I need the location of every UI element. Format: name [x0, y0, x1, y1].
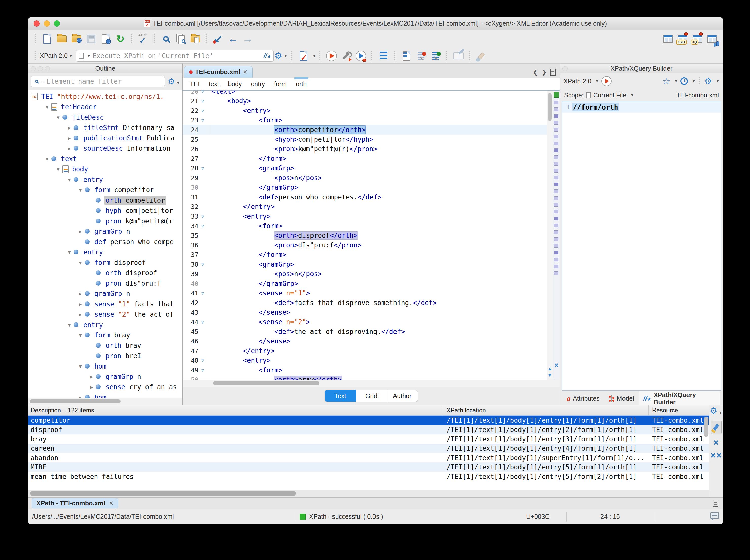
collapse-icon[interactable]: ▼ [54, 166, 62, 172]
outline-tree-item[interactable]: ▼form disproof [28, 257, 182, 267]
scroll-up-icon[interactable]: ▲ [547, 365, 553, 372]
xpath-expression-editor[interactable]: 1 //form/orth [562, 101, 721, 391]
results-header-resource[interactable]: Resource [649, 405, 709, 415]
chevron-down-icon[interactable]: ▼ [692, 79, 696, 83]
chevron-down-icon[interactable]: ▼ [313, 54, 316, 58]
expand-icon[interactable]: ▶ [76, 229, 85, 234]
collapse-icon[interactable]: ▼ [76, 260, 85, 265]
match-marker-icon[interactable] [554, 231, 558, 234]
format-indent-button[interactable] [377, 50, 390, 62]
editor-hscrollbar[interactable] [183, 380, 560, 387]
view-button-text[interactable]: Text [325, 390, 356, 402]
collapse-icon[interactable]: ▼ [43, 104, 51, 110]
expand-icon[interactable]: ▶ [76, 312, 85, 317]
code-line-28[interactable]: 28▽<gramGrp> [183, 163, 547, 173]
pin-results-button[interactable] [430, 50, 442, 62]
match-marker-icon[interactable] [554, 101, 558, 104]
find-replace-button[interactable] [160, 33, 172, 45]
outline-tree-item[interactable]: orth bray [28, 340, 182, 351]
code-line-33[interactable]: 33▽<entry> [183, 212, 547, 221]
fold-icon[interactable]: ▽ [198, 214, 207, 219]
save-to-url-button[interactable] [100, 33, 112, 45]
code-line-39[interactable]: 39<pos>n</pos> [183, 269, 547, 279]
scrollbar-thumb[interactable] [548, 93, 552, 121]
results-tab[interactable]: XPath - TEI-combo.xml ✕ [32, 498, 118, 508]
result-row[interactable]: abandon/TEI[1]/text[1]/body[1]/superEntr… [28, 453, 709, 462]
expand-icon[interactable]: ▶ [65, 135, 74, 141]
toolbar-drag-handle[interactable] [291, 51, 293, 61]
collapse-icon[interactable]: ▼ [76, 332, 85, 338]
breadcrumb-item-text[interactable]: text [209, 80, 219, 88]
collapse-icon[interactable]: ▼ [65, 249, 74, 255]
code-line-40[interactable]: 40</gramGrp> [183, 279, 547, 288]
scroll-down-icon[interactable]: ▼ [547, 372, 553, 378]
tab-list-icon[interactable] [550, 68, 556, 76]
view-button-author[interactable]: Author [387, 390, 417, 402]
match-marker-icon[interactable] [554, 107, 558, 111]
collapse-icon[interactable]: ▼ [76, 363, 85, 369]
outline-tree-item[interactable]: ▼entry [28, 319, 182, 330]
fold-icon[interactable]: ▽ [198, 166, 207, 171]
outline-tree-item[interactable]: ▼hom [28, 361, 182, 371]
highlight-results-button[interactable] [711, 421, 722, 434]
code-line-41[interactable]: 41▽<sense n="1"> [183, 288, 547, 298]
code-line-49[interactable]: 49▽<form> [183, 365, 547, 375]
match-marker-icon[interactable] [554, 135, 558, 138]
match-marker-icon[interactable] [554, 189, 558, 193]
toolbar-drag-handle[interactable] [319, 51, 321, 61]
outline-tree-item[interactable]: ▼form bray [28, 330, 182, 340]
validate-document-button[interactable]: ✓ [298, 50, 310, 62]
result-row[interactable]: bray/TEI[1]/text[1]/body[1]/entry[3]/for… [28, 434, 709, 444]
find-in-files-button[interactable] [175, 33, 187, 45]
match-marker-icon[interactable] [554, 264, 558, 268]
code-line-48[interactable]: 48▽<entry> [183, 356, 547, 365]
expand-icon[interactable]: ▶ [76, 291, 85, 297]
fold-icon[interactable]: ▽ [198, 223, 207, 228]
match-marker-icon[interactable] [554, 224, 558, 227]
outline-tree-item[interactable]: ▶sense "1" facts that [28, 299, 182, 309]
match-marker-icon[interactable] [554, 148, 558, 152]
outline-tree-item[interactable]: ▶sourceDesc Information [28, 143, 182, 154]
author-review-button[interactable] [452, 50, 465, 62]
forward-button[interactable]: → [241, 33, 254, 45]
code-line-44[interactable]: 44▽<sense n="2"> [183, 317, 547, 327]
match-marker-icon[interactable] [554, 217, 558, 220]
toolbar-drag-handle[interactable] [394, 51, 396, 61]
layout-perspective-button[interactable] [662, 33, 674, 45]
fold-icon[interactable]: ▽ [198, 118, 207, 123]
close-results-icon[interactable]: ✕ [109, 500, 113, 507]
code-line-26[interactable]: 26<pron>k@m"petit@(r)</pron> [183, 144, 547, 154]
fold-icon[interactable]: ▽ [198, 98, 207, 103]
element-filter-input[interactable]: ⌄ Element name filter [31, 76, 165, 87]
match-marker-icon[interactable] [554, 176, 558, 179]
open-url-button[interactable] [70, 33, 82, 45]
title-bar[interactable]: XML TEI-combo.xml [/Users/ttasovac/Devel… [28, 17, 723, 30]
code-line-50[interactable]: 50<orth>bray</orth> [183, 375, 547, 380]
match-marker-icon[interactable] [554, 272, 558, 275]
editor-vscrollbar[interactable]: ▲▼ [547, 91, 553, 380]
xpath-settings-button[interactable]: ⚙▼ [275, 50, 287, 62]
code-line-22[interactable]: 22▽<entry> [183, 106, 547, 115]
result-row[interactable]: MTBF/TEI[1]/text[1]/body[1]/entry[5]/for… [28, 462, 709, 472]
code-line-27[interactable]: 27</form> [183, 154, 547, 163]
toolbar-drag-handle[interactable] [35, 34, 37, 44]
result-row[interactable]: careen/TEI[1]/text[1]/body[1]/entry[4]/f… [28, 444, 709, 453]
outline-tree-item[interactable]: hyph com|peti|tor [28, 205, 182, 216]
code-line-42[interactable]: 42<def>facts that disprove something.</d… [183, 298, 547, 307]
xpath-expression[interactable]: //form/orth [572, 103, 619, 111]
view-list-icon[interactable] [713, 500, 718, 507]
results-hscrollbar[interactable] [28, 490, 709, 497]
back-button[interactable]: ← [227, 33, 239, 45]
match-marker-icon[interactable] [554, 210, 558, 214]
collapse-icon[interactable]: ▼ [65, 177, 74, 182]
code-line-43[interactable]: 43</sense> [183, 307, 547, 317]
save-button[interactable] [85, 33, 97, 45]
view-button-grid[interactable]: Grid [356, 390, 387, 402]
remove-result-button[interactable]: ✕ [713, 439, 719, 446]
spell-check-button[interactable]: ABC✓ [137, 33, 149, 45]
notification-bubble-icon[interactable] [710, 512, 719, 519]
import-document-button[interactable] [400, 50, 412, 62]
results-vscrollbar[interactable] [704, 417, 708, 437]
outline-tree-item[interactable]: pron dIs"pru:f [28, 278, 182, 288]
breadcrumb-item-form[interactable]: form [274, 80, 287, 88]
